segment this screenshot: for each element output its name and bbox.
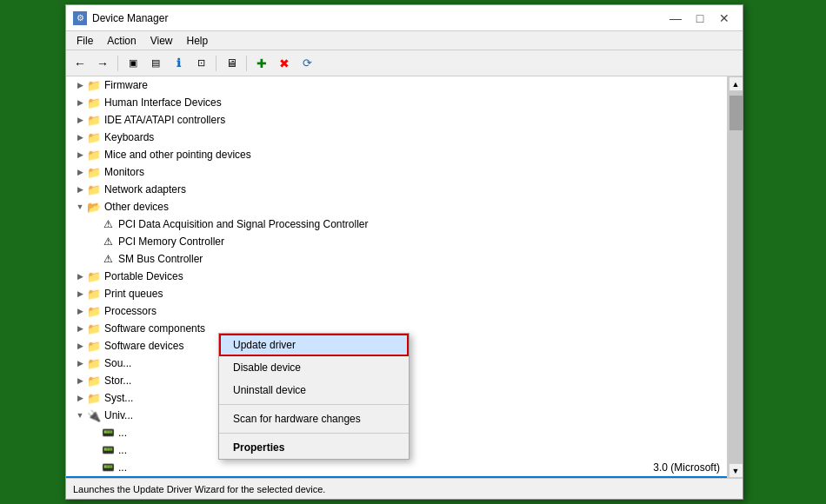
tree-panel[interactable]: ▶ 📁 Firmware ▶ 📁 Human Interface Devices… xyxy=(66,76,728,478)
expand-software-comp[interactable]: ▶ xyxy=(73,322,87,335)
tree-item-pci2[interactable]: ⚠ PCI Memory Controller xyxy=(66,233,727,250)
toolbar-add[interactable]: ✚ xyxy=(251,53,272,74)
folder-icon-other: 📂 xyxy=(87,200,101,214)
context-menu: Update driver Disable device Uninstall d… xyxy=(218,333,410,460)
expand-portable[interactable]: ▶ xyxy=(73,269,87,283)
label-storage: Stor... xyxy=(104,375,131,387)
toolbar-info[interactable]: ℹ xyxy=(168,53,189,74)
warning-icon-pci1: ⚠ xyxy=(101,217,115,231)
expand-mice[interactable]: ▶ xyxy=(73,148,87,162)
folder-icon-processors: 📁 xyxy=(87,304,101,318)
toolbar-btn-1[interactable]: ▣ xyxy=(123,53,143,74)
expand-monitors[interactable]: ▶ xyxy=(73,165,87,179)
scroll-track[interactable] xyxy=(729,91,743,463)
expand-processors[interactable]: ▶ xyxy=(73,304,87,318)
status-text: Launches the Update Driver Wizard for th… xyxy=(73,484,325,494)
label-universal: Univ... xyxy=(104,409,133,421)
scroll-up-arrow[interactable]: ▲ xyxy=(729,76,743,91)
context-disable-device[interactable]: Disable device xyxy=(219,356,409,379)
close-button[interactable]: ✕ xyxy=(713,10,736,27)
folder-icon-keyboards: 📁 xyxy=(87,130,101,144)
expand-firmware[interactable]: ▶ xyxy=(73,78,87,92)
main-area: ▶ 📁 Firmware ▶ 📁 Human Interface Devices… xyxy=(66,76,743,478)
menu-file[interactable]: File xyxy=(70,33,100,49)
label-firmware: Firmware xyxy=(104,79,148,91)
tree-item-smbus[interactable]: ⚠ SM Bus Controller xyxy=(66,250,727,268)
tree-item-monitors[interactable]: ▶ 📁 Monitors xyxy=(66,163,727,181)
context-separator-2 xyxy=(219,433,409,434)
context-update-driver[interactable]: Update driver xyxy=(219,334,409,356)
folder-icon-print: 📁 xyxy=(87,287,101,301)
scrollbar[interactable]: ▲ ▼ xyxy=(728,76,743,478)
folder-icon-sound: 📁 xyxy=(87,356,101,370)
minimize-button[interactable]: — xyxy=(664,10,687,27)
usb-partial-label: 3.0 (Microsoft) xyxy=(653,461,727,474)
folder-icon-firmware: 📁 xyxy=(87,78,101,92)
device-icon-usb-partial: 📟 xyxy=(101,461,115,474)
tree-item-processors[interactable]: ▶ 📁 Processors xyxy=(66,302,727,320)
app-icon: ⚙ xyxy=(73,11,87,25)
expand-storage[interactable]: ▶ xyxy=(73,374,87,388)
expand-other[interactable]: ▼ xyxy=(73,200,87,214)
label-usb-partial: ... xyxy=(118,461,127,474)
toolbar-btn-2[interactable]: ▤ xyxy=(145,53,166,74)
title-bar-left: ⚙ Device Manager xyxy=(73,11,168,25)
scroll-thumb[interactable] xyxy=(729,96,743,130)
folder-icon-hid: 📁 xyxy=(87,96,101,109)
tree-item-usb-partial[interactable]: 📟 ... 3.0 (Microsoft) xyxy=(66,459,727,476)
label-usb1: ... xyxy=(118,427,127,439)
expand-sound[interactable]: ▶ xyxy=(73,356,87,370)
context-scan-hardware[interactable]: Scan for hardware changes xyxy=(219,408,409,430)
toolbar-forward[interactable]: → xyxy=(92,53,113,74)
label-processors: Processors xyxy=(104,305,157,317)
warning-icon-pci2: ⚠ xyxy=(101,235,115,249)
tree-item-firmware[interactable]: ▶ 📁 Firmware xyxy=(66,76,727,94)
tree-item-print[interactable]: ▶ 📁 Print queues xyxy=(66,285,727,302)
expand-software-dev[interactable]: ▶ xyxy=(73,339,87,353)
title-buttons: — □ ✕ xyxy=(664,10,736,27)
tree-item-other[interactable]: ▼ 📂 Other devices xyxy=(66,198,727,216)
label-smbus: SM Bus Controller xyxy=(118,253,203,265)
tree-item-ide[interactable]: ▶ 📁 IDE ATA/ATAPI controllers xyxy=(66,111,727,129)
menu-help[interactable]: Help xyxy=(180,33,216,49)
expand-pci1 xyxy=(87,217,101,231)
toolbar-monitor[interactable]: 🖥 xyxy=(221,53,242,74)
label-software-comp: Software components xyxy=(104,322,205,335)
toolbar-remove[interactable]: ✖ xyxy=(274,53,295,74)
expand-system[interactable]: ▶ xyxy=(73,391,87,405)
label-system: Syst... xyxy=(104,392,133,404)
window-title: Device Manager xyxy=(92,12,168,24)
tree-item-keyboards[interactable]: ▶ 📁 Keyboards xyxy=(66,129,727,146)
context-properties[interactable]: Properties xyxy=(219,436,409,459)
tree-item-hid[interactable]: ▶ 📁 Human Interface Devices xyxy=(66,94,727,111)
folder-icon-software-comp: 📁 xyxy=(87,322,101,335)
folder-icon-ide: 📁 xyxy=(87,113,101,127)
expand-keyboards[interactable]: ▶ xyxy=(73,130,87,144)
expand-universal[interactable]: ▼ xyxy=(73,408,87,422)
tree-item-network[interactable]: ▶ 📁 Network adapters xyxy=(66,181,727,198)
expand-print[interactable]: ▶ xyxy=(73,287,87,301)
expand-network[interactable]: ▶ xyxy=(73,182,87,196)
tree-item-usbmass[interactable]: 🔌 USB Mass Storage Device xyxy=(66,476,727,478)
toolbar-sep-1 xyxy=(117,56,118,71)
tree-item-pci1[interactable]: ⚠ PCI Data Acquisition and Signal Proces… xyxy=(66,216,727,233)
expand-hid[interactable]: ▶ xyxy=(73,96,87,109)
context-uninstall-device[interactable]: Uninstall device xyxy=(219,379,409,401)
menu-view[interactable]: View xyxy=(143,33,180,49)
toolbar-btn-3[interactable]: ⊡ xyxy=(190,53,211,74)
folder-icon-mice: 📁 xyxy=(87,148,101,162)
folder-icon-network: 📁 xyxy=(87,182,101,196)
tree-item-mice[interactable]: ▶ 📁 Mice and other pointing devices xyxy=(66,146,727,163)
toolbar-sep-2 xyxy=(216,56,216,71)
menu-bar: File Action View Help xyxy=(66,31,743,50)
expand-smbus xyxy=(87,252,101,266)
tree-item-portable[interactable]: ▶ 📁 Portable Devices xyxy=(66,268,727,285)
toolbar-refresh[interactable]: ⟳ xyxy=(296,53,317,74)
toolbar-back[interactable]: ← xyxy=(70,53,90,74)
maximize-button[interactable]: □ xyxy=(689,10,711,27)
menu-action[interactable]: Action xyxy=(100,33,143,49)
scroll-down-arrow[interactable]: ▼ xyxy=(729,463,743,478)
folder-icon-portable: 📁 xyxy=(87,269,101,283)
expand-ide[interactable]: ▶ xyxy=(73,113,87,127)
title-bar: ⚙ Device Manager — □ ✕ xyxy=(66,5,743,31)
